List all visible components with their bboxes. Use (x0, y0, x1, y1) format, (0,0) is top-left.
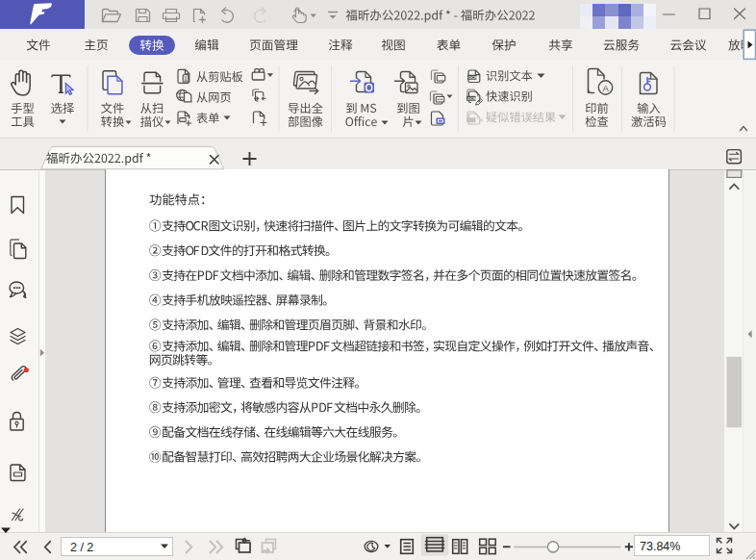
svg-text:OCR: OCR (468, 75, 477, 80)
svg-text:OCR: OCR (467, 96, 476, 101)
svg-text:A: A (603, 83, 610, 93)
